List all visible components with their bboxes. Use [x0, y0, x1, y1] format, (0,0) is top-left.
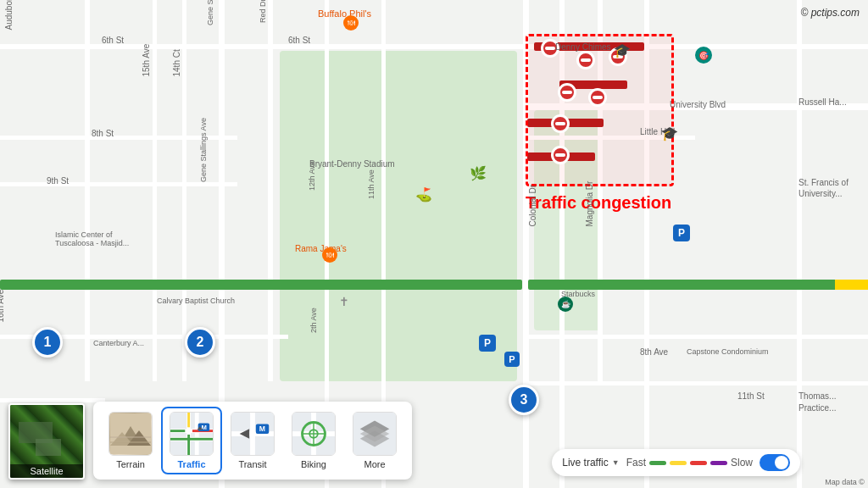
- slow-medium-dot: [690, 461, 707, 465]
- live-traffic-text: Live traffic: [562, 457, 608, 469]
- v-street-5: [268, 0, 273, 381]
- copyright-text: © pctips.com: [800, 7, 860, 19]
- very-slow-dot: [710, 461, 727, 465]
- poi-church: ✝: [337, 295, 351, 308]
- label-stfrancis: St. Francis of: [798, 178, 849, 187]
- label-practice: Practice...: [798, 403, 836, 413]
- svg-rect-13: [170, 438, 213, 441]
- svg-rect-14: [187, 413, 190, 427]
- no-entry-6: [551, 114, 570, 133]
- label-bryantdenny: Bryant-Denny Stadium: [309, 159, 395, 169]
- label-8thst: 8th St: [92, 129, 114, 138]
- label-16th-ave: 16th Ave: [0, 290, 5, 323]
- label-tuscaloosa: Tuscaloosa - Masjid...: [55, 239, 129, 247]
- svg-rect-15: [187, 435, 190, 455]
- label-6thst2: 6th St: [288, 36, 310, 45]
- main-road-green2: [528, 280, 868, 290]
- more-icon: [353, 412, 397, 456]
- live-traffic-bar: Live traffic ▼ Fast Slow: [552, 449, 800, 476]
- label-russell: Russell Ha...: [798, 97, 847, 107]
- marker-1: 1: [32, 327, 63, 358]
- label-magnolia: Magnolia Dr: [585, 181, 594, 227]
- label-11th: 11th Ave: [367, 169, 376, 199]
- label-thomas: Thomas...: [798, 391, 836, 401]
- chevron-down-icon: ▼: [612, 458, 620, 467]
- map-type-selector: Terrain: [93, 402, 412, 480]
- v-street-3: [182, 0, 186, 381]
- more-button[interactable]: More: [346, 408, 403, 473]
- more-svg: [353, 412, 396, 456]
- marker-2: 2: [185, 327, 215, 358]
- label-2thave: 2th Ave: [309, 308, 318, 333]
- poi-parking-3: P: [504, 352, 520, 367]
- live-traffic-dropdown[interactable]: Live traffic ▼: [562, 457, 619, 469]
- main-road-green: [0, 280, 522, 290]
- label-gene1: Gene Stallings Ave: [206, 0, 214, 25]
- label-6thst: 6th St: [102, 36, 124, 45]
- traffic-svg: M: [170, 412, 213, 456]
- label-gene2: Gene Stallings Ave: [199, 118, 208, 182]
- svg-text:M: M: [259, 424, 265, 433]
- more-label: More: [364, 459, 385, 469]
- transit-label: Transit: [238, 459, 266, 469]
- label-15thave: 15th Ave: [142, 44, 151, 77]
- traffic-button[interactable]: M Traffic: [163, 408, 220, 473]
- h-street-8: [526, 335, 868, 339]
- no-entry-2: [576, 51, 595, 69]
- congestion-label: Traffic congestion: [526, 193, 671, 213]
- transit-button[interactable]: M Transit: [224, 408, 281, 473]
- terrain-svg: [110, 413, 151, 454]
- label-14thct: 14th Ct: [172, 49, 181, 76]
- biking-svg: [292, 412, 335, 456]
- satellite-button[interactable]: Satellite: [8, 403, 85, 480]
- label-university: University Blvd: [670, 100, 726, 109]
- h-street-1: [0, 44, 526, 49]
- toggle-knob: [775, 456, 788, 469]
- poi-hotel: 🎯: [695, 47, 712, 64]
- poi-parking-2: P: [479, 335, 496, 352]
- terrain-icon-bg: [109, 413, 152, 455]
- biking-button[interactable]: Biking: [285, 408, 342, 473]
- fast-dot: [649, 461, 666, 465]
- label-colonial: Colonial Dr: [528, 185, 537, 226]
- poi-grad-1: 🎓: [614, 42, 631, 58]
- label-red-drew: Red Drew Ave: [259, 0, 267, 23]
- terrain-label: Terrain: [116, 459, 145, 469]
- label-9thst: 9th St: [47, 176, 69, 186]
- h-street-10: [0, 398, 105, 402]
- v-street-1: [85, 0, 90, 381]
- label-universityfield: University...: [798, 189, 843, 198]
- label-canterbury: Canterbury A...: [93, 339, 144, 347]
- transit-icon: M: [231, 412, 275, 456]
- traffic-icon: M: [170, 412, 214, 456]
- fast-label: Fast: [626, 457, 646, 469]
- label-ramajama: Rama Jama's: [295, 244, 347, 253]
- no-entry-4: [558, 83, 576, 102]
- terrain-button[interactable]: Terrain: [102, 408, 159, 473]
- label-8th-ave-r: 8th Ave: [640, 347, 668, 357]
- poi-park: 🌿: [470, 165, 487, 181]
- svg-rect-6: [170, 413, 213, 455]
- label-calvary: Calvary Baptist Church: [157, 297, 235, 305]
- svg-rect-21: [250, 413, 255, 455]
- h-street-9: [526, 381, 868, 385]
- svg-rect-11: [170, 430, 185, 432]
- transit-svg: M: [231, 412, 274, 456]
- map-data-label: Map data ©: [825, 478, 865, 486]
- label-11thst: 11th St: [737, 391, 765, 401]
- poi-grad-2: 🎓: [661, 125, 678, 141]
- poi-rama: 🍽: [322, 247, 337, 263]
- v-street-2: [153, 0, 157, 381]
- h-street-3: [0, 182, 237, 186]
- medium-dot: [670, 461, 687, 465]
- label-audubon: Audubon: [4, 0, 14, 30]
- poi-parking-1: P: [673, 225, 690, 241]
- transit-icon-bg: M: [231, 413, 274, 455]
- svg-text:M: M: [202, 424, 207, 431]
- poi-stadium: ⛳: [415, 186, 432, 202]
- marker-3: 3: [509, 385, 539, 415]
- traffic-toggle[interactable]: [760, 454, 790, 471]
- poi-buffalo: 🍽: [343, 15, 359, 30]
- label-dennychimes: Denny Chimes: [555, 42, 611, 52]
- yellow-road: [835, 280, 868, 290]
